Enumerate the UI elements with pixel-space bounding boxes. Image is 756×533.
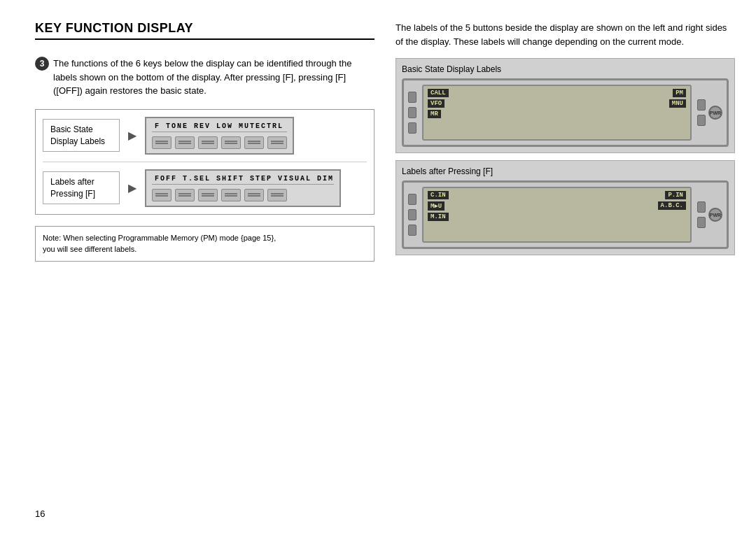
right-intro-text: The labels of the 5 buttons beside the d… bbox=[396, 21, 735, 48]
key-btn-1 bbox=[152, 136, 172, 149]
screen-row-basic: CALL VFO MR PM MNU bbox=[428, 89, 686, 118]
left-column: KEY FUNCTION DISPLAY 3 The functions of … bbox=[35, 21, 374, 512]
left-btn-f3 bbox=[408, 225, 416, 236]
left-btn-3 bbox=[408, 122, 416, 134]
left-btn-f1 bbox=[408, 194, 416, 205]
screen-f: C.IN M▶U M.IN P.IN A.B.C. bbox=[422, 187, 692, 243]
page-container: KEY FUNCTION DISPLAY 3 The functions of … bbox=[0, 0, 756, 533]
diagram-row-f: Labels after Pressing [F] ▶ FOFF T.SEL S… bbox=[43, 169, 367, 207]
note-box: Note: When selecting Programmable Memory… bbox=[35, 226, 374, 262]
panel-basic: Basic State Display Labels CALL VFO MR bbox=[396, 58, 735, 153]
screen-label-min: M.IN bbox=[428, 213, 449, 221]
diagram-row-basic: Basic State Display Labels ▶ F TONE REV … bbox=[43, 117, 367, 155]
key-btn-f4 bbox=[221, 189, 241, 201]
radio-display-basic: CALL VFO MR PM MNU bbox=[402, 78, 729, 147]
panel-f-title: Labels after Pressing [F] bbox=[402, 166, 729, 176]
pwr-button-f: PWR bbox=[708, 208, 722, 222]
right-btn-f1 bbox=[697, 201, 706, 213]
left-side-buttons-f bbox=[408, 194, 416, 236]
key-btn-f3 bbox=[198, 189, 218, 201]
key-labels-basic: F TONE REV LOW MUTECTRL bbox=[152, 122, 287, 132]
basic-state-label: Basic State Display Labels bbox=[43, 119, 120, 152]
page-number: 16 bbox=[35, 509, 45, 519]
key-btn-2 bbox=[175, 136, 195, 149]
key-btn-6 bbox=[267, 136, 287, 149]
screen-label-vfo: VFO bbox=[428, 99, 444, 108]
screen-label-call: CALL bbox=[428, 89, 449, 97]
labels-after-f: Labels after Pressing [F] bbox=[43, 171, 120, 205]
key-btn-f2 bbox=[175, 189, 195, 201]
keyboard-display-f: FOFF T.SEL SHIFT STEP VISUAL DIM bbox=[145, 169, 341, 207]
key-buttons-f bbox=[152, 187, 334, 201]
left-labels-f: C.IN M▶U M.IN bbox=[428, 191, 449, 221]
screen-label-mr: MR bbox=[428, 110, 441, 118]
page-title: KEY FUNCTION DISPLAY bbox=[35, 21, 374, 40]
left-btn-2 bbox=[408, 107, 416, 118]
arrow-icon-2: ▶ bbox=[128, 181, 136, 194]
right-btn-f2 bbox=[697, 217, 706, 228]
pwr-button-basic: PWR bbox=[708, 106, 722, 120]
diagram-box: Basic State Display Labels ▶ F TONE REV … bbox=[35, 109, 374, 215]
screen-row-f: C.IN M▶U M.IN P.IN A.B.C. bbox=[428, 191, 686, 221]
key-btn-f1 bbox=[152, 189, 172, 201]
screen-label-abc: A.B.C. bbox=[658, 201, 686, 210]
left-labels-basic: CALL VFO MR bbox=[428, 89, 449, 118]
right-btn-2 bbox=[697, 115, 706, 126]
radio-display-f: C.IN M▶U M.IN P.IN A.B.C. bbox=[402, 180, 729, 249]
note-text: Note: When selecting Programmable Memory… bbox=[43, 234, 276, 254]
screen-basic: CALL VFO MR PM MNU bbox=[422, 85, 692, 141]
right-labels-basic: PM MNU bbox=[669, 89, 686, 108]
right-labels-f: P.IN A.B.C. bbox=[658, 191, 686, 210]
screen-label-pm: PM bbox=[673, 89, 686, 97]
arrow-icon: ▶ bbox=[128, 129, 136, 142]
key-btn-f6 bbox=[267, 189, 287, 201]
left-btn-f2 bbox=[408, 209, 416, 220]
screen-label-mu: M▶U bbox=[428, 201, 444, 211]
right-side-buttons-f bbox=[697, 201, 706, 228]
key-btn-f5 bbox=[244, 189, 264, 201]
key-btn-4 bbox=[221, 136, 241, 149]
left-btn-1 bbox=[408, 92, 416, 103]
key-btn-5 bbox=[244, 136, 264, 149]
screen-label-pin: P.IN bbox=[665, 191, 686, 199]
intro-paragraph: The functions of the 6 keys below the di… bbox=[53, 57, 374, 98]
left-side-buttons-basic bbox=[408, 92, 416, 134]
panel-basic-title: Basic State Display Labels bbox=[402, 64, 729, 74]
panel-f: Labels after Pressing [F] C.IN M▶U M.IN bbox=[396, 160, 735, 255]
right-column: The labels of the 5 buttons beside the d… bbox=[396, 21, 735, 512]
screen-label-mnu: MNU bbox=[669, 99, 686, 108]
key-labels-f: FOFF T.SEL SHIFT STEP VISUAL DIM bbox=[152, 175, 334, 185]
right-btn-1 bbox=[697, 99, 706, 111]
right-side-buttons-basic bbox=[697, 99, 706, 126]
key-btn-3 bbox=[198, 136, 218, 149]
key-buttons-basic bbox=[152, 135, 287, 149]
screen-label-cin: C.IN bbox=[428, 191, 449, 199]
step-badge: 3 bbox=[35, 57, 49, 71]
keyboard-display-basic: F TONE REV LOW MUTECTRL bbox=[145, 117, 294, 155]
intro-text: 3 The functions of the 6 keys below the … bbox=[35, 57, 374, 98]
